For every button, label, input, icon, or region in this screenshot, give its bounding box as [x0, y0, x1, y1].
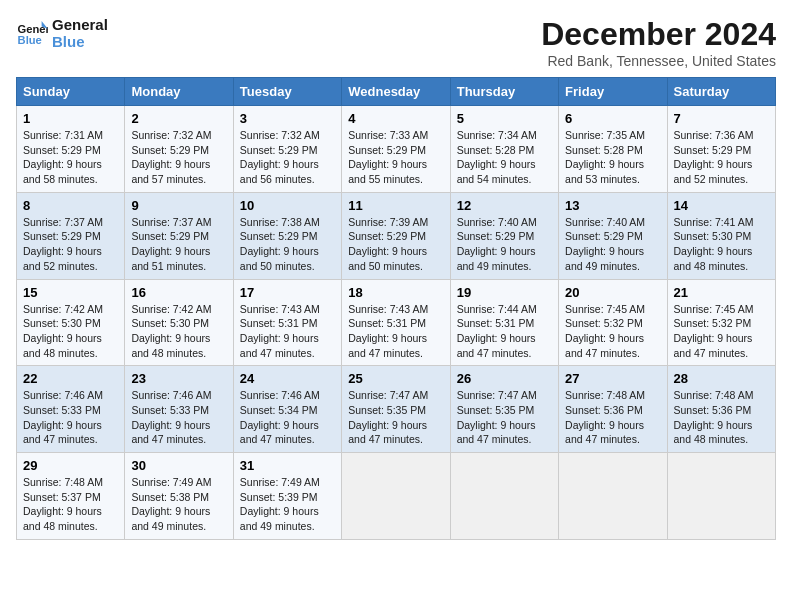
calendar-cell: 29 Sunrise: 7:48 AMSunset: 5:37 PMDaylig… [17, 453, 125, 540]
day-number: 10 [240, 198, 335, 213]
calendar-cell: 1 Sunrise: 7:31 AMSunset: 5:29 PMDayligh… [17, 106, 125, 193]
day-number: 5 [457, 111, 552, 126]
day-info: Sunrise: 7:45 AMSunset: 5:32 PMDaylight:… [674, 303, 754, 359]
day-info: Sunrise: 7:33 AMSunset: 5:29 PMDaylight:… [348, 129, 428, 185]
day-info: Sunrise: 7:42 AMSunset: 5:30 PMDaylight:… [23, 303, 103, 359]
calendar-cell: 2 Sunrise: 7:32 AMSunset: 5:29 PMDayligh… [125, 106, 233, 193]
col-sunday: Sunday [17, 78, 125, 106]
day-number: 12 [457, 198, 552, 213]
day-number: 23 [131, 371, 226, 386]
day-info: Sunrise: 7:49 AMSunset: 5:39 PMDaylight:… [240, 476, 320, 532]
day-number: 31 [240, 458, 335, 473]
col-monday: Monday [125, 78, 233, 106]
day-number: 9 [131, 198, 226, 213]
calendar-cell [559, 453, 667, 540]
logo-text-general: General [52, 16, 108, 33]
day-number: 26 [457, 371, 552, 386]
day-number: 19 [457, 285, 552, 300]
calendar-cell: 14 Sunrise: 7:41 AMSunset: 5:30 PMDaylig… [667, 192, 775, 279]
day-info: Sunrise: 7:48 AMSunset: 5:37 PMDaylight:… [23, 476, 103, 532]
day-number: 13 [565, 198, 660, 213]
day-number: 17 [240, 285, 335, 300]
header: General Blue General Blue December 2024 … [16, 16, 776, 69]
day-number: 7 [674, 111, 769, 126]
calendar-cell: 16 Sunrise: 7:42 AMSunset: 5:30 PMDaylig… [125, 279, 233, 366]
svg-text:Blue: Blue [18, 34, 42, 46]
calendar-cell: 25 Sunrise: 7:47 AMSunset: 5:35 PMDaylig… [342, 366, 450, 453]
day-info: Sunrise: 7:37 AMSunset: 5:29 PMDaylight:… [23, 216, 103, 272]
day-info: Sunrise: 7:49 AMSunset: 5:38 PMDaylight:… [131, 476, 211, 532]
day-info: Sunrise: 7:34 AMSunset: 5:28 PMDaylight:… [457, 129, 537, 185]
calendar-cell: 10 Sunrise: 7:38 AMSunset: 5:29 PMDaylig… [233, 192, 341, 279]
day-info: Sunrise: 7:46 AMSunset: 5:33 PMDaylight:… [131, 389, 211, 445]
day-number: 3 [240, 111, 335, 126]
logo-text-blue: Blue [52, 33, 108, 50]
day-number: 22 [23, 371, 118, 386]
calendar-cell: 19 Sunrise: 7:44 AMSunset: 5:31 PMDaylig… [450, 279, 558, 366]
calendar-cell: 24 Sunrise: 7:46 AMSunset: 5:34 PMDaylig… [233, 366, 341, 453]
calendar-cell [342, 453, 450, 540]
day-info: Sunrise: 7:38 AMSunset: 5:29 PMDaylight:… [240, 216, 320, 272]
day-number: 29 [23, 458, 118, 473]
day-info: Sunrise: 7:47 AMSunset: 5:35 PMDaylight:… [457, 389, 537, 445]
calendar-cell [450, 453, 558, 540]
day-number: 20 [565, 285, 660, 300]
calendar-cell: 5 Sunrise: 7:34 AMSunset: 5:28 PMDayligh… [450, 106, 558, 193]
day-number: 27 [565, 371, 660, 386]
day-info: Sunrise: 7:43 AMSunset: 5:31 PMDaylight:… [240, 303, 320, 359]
calendar-cell: 9 Sunrise: 7:37 AMSunset: 5:29 PMDayligh… [125, 192, 233, 279]
day-info: Sunrise: 7:48 AMSunset: 5:36 PMDaylight:… [674, 389, 754, 445]
calendar-cell: 4 Sunrise: 7:33 AMSunset: 5:29 PMDayligh… [342, 106, 450, 193]
day-number: 25 [348, 371, 443, 386]
calendar-row: 8 Sunrise: 7:37 AMSunset: 5:29 PMDayligh… [17, 192, 776, 279]
day-number: 24 [240, 371, 335, 386]
day-info: Sunrise: 7:43 AMSunset: 5:31 PMDaylight:… [348, 303, 428, 359]
day-number: 11 [348, 198, 443, 213]
day-info: Sunrise: 7:45 AMSunset: 5:32 PMDaylight:… [565, 303, 645, 359]
calendar-cell: 26 Sunrise: 7:47 AMSunset: 5:35 PMDaylig… [450, 366, 558, 453]
calendar-row: 15 Sunrise: 7:42 AMSunset: 5:30 PMDaylig… [17, 279, 776, 366]
calendar-subtitle: Red Bank, Tennessee, United States [541, 53, 776, 69]
calendar-table: Sunday Monday Tuesday Wednesday Thursday… [16, 77, 776, 540]
calendar-cell: 17 Sunrise: 7:43 AMSunset: 5:31 PMDaylig… [233, 279, 341, 366]
calendar-cell: 3 Sunrise: 7:32 AMSunset: 5:29 PMDayligh… [233, 106, 341, 193]
calendar-row: 22 Sunrise: 7:46 AMSunset: 5:33 PMDaylig… [17, 366, 776, 453]
calendar-cell: 31 Sunrise: 7:49 AMSunset: 5:39 PMDaylig… [233, 453, 341, 540]
day-number: 8 [23, 198, 118, 213]
header-row: Sunday Monday Tuesday Wednesday Thursday… [17, 78, 776, 106]
calendar-cell: 18 Sunrise: 7:43 AMSunset: 5:31 PMDaylig… [342, 279, 450, 366]
day-info: Sunrise: 7:46 AMSunset: 5:33 PMDaylight:… [23, 389, 103, 445]
day-info: Sunrise: 7:32 AMSunset: 5:29 PMDaylight:… [240, 129, 320, 185]
calendar-cell: 11 Sunrise: 7:39 AMSunset: 5:29 PMDaylig… [342, 192, 450, 279]
day-number: 28 [674, 371, 769, 386]
calendar-cell: 27 Sunrise: 7:48 AMSunset: 5:36 PMDaylig… [559, 366, 667, 453]
day-info: Sunrise: 7:42 AMSunset: 5:30 PMDaylight:… [131, 303, 211, 359]
col-friday: Friday [559, 78, 667, 106]
day-info: Sunrise: 7:32 AMSunset: 5:29 PMDaylight:… [131, 129, 211, 185]
day-number: 15 [23, 285, 118, 300]
day-number: 21 [674, 285, 769, 300]
day-number: 2 [131, 111, 226, 126]
day-number: 14 [674, 198, 769, 213]
day-info: Sunrise: 7:47 AMSunset: 5:35 PMDaylight:… [348, 389, 428, 445]
calendar-cell: 20 Sunrise: 7:45 AMSunset: 5:32 PMDaylig… [559, 279, 667, 366]
logo: General Blue General Blue [16, 16, 108, 50]
calendar-cell: 8 Sunrise: 7:37 AMSunset: 5:29 PMDayligh… [17, 192, 125, 279]
day-number: 16 [131, 285, 226, 300]
col-thursday: Thursday [450, 78, 558, 106]
calendar-cell: 22 Sunrise: 7:46 AMSunset: 5:33 PMDaylig… [17, 366, 125, 453]
day-info: Sunrise: 7:44 AMSunset: 5:31 PMDaylight:… [457, 303, 537, 359]
day-info: Sunrise: 7:48 AMSunset: 5:36 PMDaylight:… [565, 389, 645, 445]
calendar-cell [667, 453, 775, 540]
calendar-cell: 6 Sunrise: 7:35 AMSunset: 5:28 PMDayligh… [559, 106, 667, 193]
day-number: 1 [23, 111, 118, 126]
logo-icon: General Blue [16, 17, 48, 49]
day-info: Sunrise: 7:36 AMSunset: 5:29 PMDaylight:… [674, 129, 754, 185]
day-info: Sunrise: 7:40 AMSunset: 5:29 PMDaylight:… [565, 216, 645, 272]
day-number: 18 [348, 285, 443, 300]
col-tuesday: Tuesday [233, 78, 341, 106]
day-info: Sunrise: 7:40 AMSunset: 5:29 PMDaylight:… [457, 216, 537, 272]
title-area: December 2024 Red Bank, Tennessee, Unite… [541, 16, 776, 69]
calendar-cell: 15 Sunrise: 7:42 AMSunset: 5:30 PMDaylig… [17, 279, 125, 366]
calendar-title: December 2024 [541, 16, 776, 53]
